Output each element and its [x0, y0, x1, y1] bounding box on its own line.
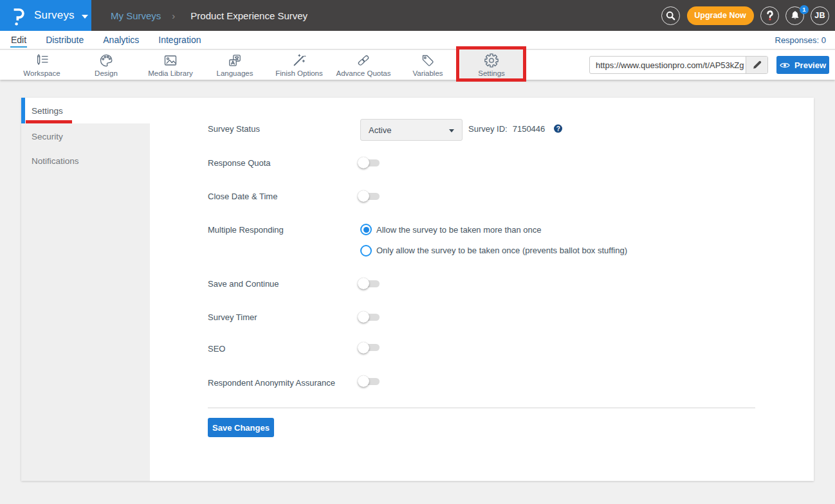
- save-changes-button[interactable]: Save Changes: [208, 418, 274, 437]
- image-icon: [163, 53, 178, 68]
- wand-icon: [291, 53, 307, 68]
- multiple-responding-option-1[interactable]: Allow the survey to be taken more than o…: [360, 224, 542, 235]
- radio-selected-icon: [360, 224, 372, 235]
- response-quota-label: Response Quota: [208, 158, 271, 168]
- links-icon: [356, 53, 371, 68]
- product-switcher[interactable]: Surveys: [0, 0, 91, 31]
- notifications-button[interactable]: 1: [785, 6, 804, 25]
- survey-status-label: Survey Status: [208, 124, 260, 134]
- pencil-icon: [753, 60, 762, 69]
- form-divider: [208, 408, 755, 408]
- avatar[interactable]: JB: [811, 6, 829, 25]
- toolbar-item-settings[interactable]: Settings: [460, 50, 523, 80]
- respondent-anonymity-label: Respondent Anonymity Assurance: [208, 378, 335, 388]
- questionpro-logo-icon: [11, 6, 26, 26]
- respondent-anonymity-toggle[interactable]: [358, 375, 380, 387]
- close-date-toggle[interactable]: [358, 190, 380, 202]
- chevron-down-icon: [82, 15, 88, 19]
- close-date-label: Close Date & Time: [208, 192, 277, 201]
- tab-edit[interactable]: Edit: [11, 35, 26, 45]
- settings-sidebar: Settings Security Notifications: [21, 98, 150, 481]
- edit-url-button[interactable]: [746, 57, 767, 73]
- multiple-responding-label: Multiple Responding: [208, 225, 284, 235]
- toolbar-item-advance-quotas[interactable]: Advance Quotas: [332, 50, 395, 80]
- tab-integration[interactable]: Integration: [158, 35, 201, 45]
- response-quota-toggle[interactable]: [358, 157, 380, 168]
- breadcrumb-separator-icon: ›: [172, 10, 175, 21]
- radio-unselected-icon: [360, 245, 372, 256]
- survey-timer-toggle[interactable]: [358, 311, 380, 323]
- breadcrumb-current: Product Experience Survey: [190, 10, 307, 21]
- save-and-continue-toggle[interactable]: [358, 278, 380, 289]
- gear-icon: [484, 53, 499, 68]
- toolbar-item-variables[interactable]: Variables: [396, 50, 459, 80]
- topbar-actions: Upgrade Now 1 JB: [661, 6, 835, 25]
- responses-count[interactable]: Responses: 0: [775, 35, 827, 45]
- settings-card: Settings Security Notifications Survey S…: [21, 98, 814, 481]
- sidebar-item-settings[interactable]: Settings: [21, 98, 150, 123]
- toolbar-item-design[interactable]: Design: [75, 50, 138, 80]
- tab-analytics[interactable]: Analytics: [103, 35, 139, 45]
- toolbar-item-languages[interactable]: Languages: [203, 50, 266, 80]
- survey-url-field: [589, 56, 768, 74]
- avatar-initials: JB: [814, 11, 825, 20]
- tag-icon: [420, 53, 436, 68]
- palette-icon: [98, 53, 114, 68]
- sidebar-item-notifications[interactable]: Notifications: [21, 148, 150, 173]
- survey-id-label: Survey ID:: [468, 124, 508, 134]
- upgrade-now-button[interactable]: Upgrade Now: [687, 6, 754, 25]
- eye-icon: [780, 62, 790, 69]
- seo-toggle[interactable]: [358, 342, 380, 354]
- search-button[interactable]: [661, 6, 680, 25]
- help-button[interactable]: [760, 6, 779, 25]
- survey-timer-label: Survey Timer: [208, 312, 257, 322]
- toolbar-item-workspace[interactable]: Workspace: [10, 50, 73, 80]
- save-and-continue-label: Save and Continue: [208, 279, 279, 289]
- sidebar-item-security[interactable]: Security: [21, 124, 150, 148]
- survey-status-select[interactable]: Active: [360, 119, 463, 141]
- search-icon: [666, 11, 675, 21]
- notification-badge: 1: [800, 5, 809, 14]
- toolbar-item-media-library[interactable]: Media Library: [139, 50, 202, 80]
- preview-button[interactable]: Preview: [776, 56, 829, 74]
- survey-nav: Edit Distribute Analytics Integration Re…: [0, 31, 835, 50]
- toolbar-item-finish-options[interactable]: Finish Options: [268, 50, 331, 80]
- survey-url-input[interactable]: [590, 57, 746, 73]
- workspace-icon: [34, 53, 50, 68]
- multiple-responding-option-2[interactable]: Only allow the survey to be taken once (…: [360, 245, 627, 256]
- breadcrumb-parent[interactable]: My Surveys: [111, 10, 161, 21]
- translate-icon: [227, 53, 243, 68]
- survey-id-value: 7150446: [513, 124, 546, 134]
- help-icon: [765, 10, 775, 21]
- product-label: Surveys: [34, 9, 75, 22]
- survey-status-value: Active: [369, 125, 391, 135]
- caret-down-icon: [449, 129, 454, 132]
- bell-icon: [789, 10, 801, 21]
- breadcrumb: My Surveys › Product Experience Survey: [111, 10, 307, 21]
- seo-label: SEO: [208, 344, 225, 354]
- top-bar: Surveys My Surveys › Product Experience …: [0, 0, 835, 31]
- survey-id-help-icon[interactable]: ?: [554, 125, 562, 133]
- tab-distribute[interactable]: Distribute: [46, 35, 84, 45]
- edit-toolbar: Workspace Design Media Library Languages…: [0, 50, 835, 80]
- settings-form: Survey Status Active Survey ID: 7150446 …: [150, 98, 814, 481]
